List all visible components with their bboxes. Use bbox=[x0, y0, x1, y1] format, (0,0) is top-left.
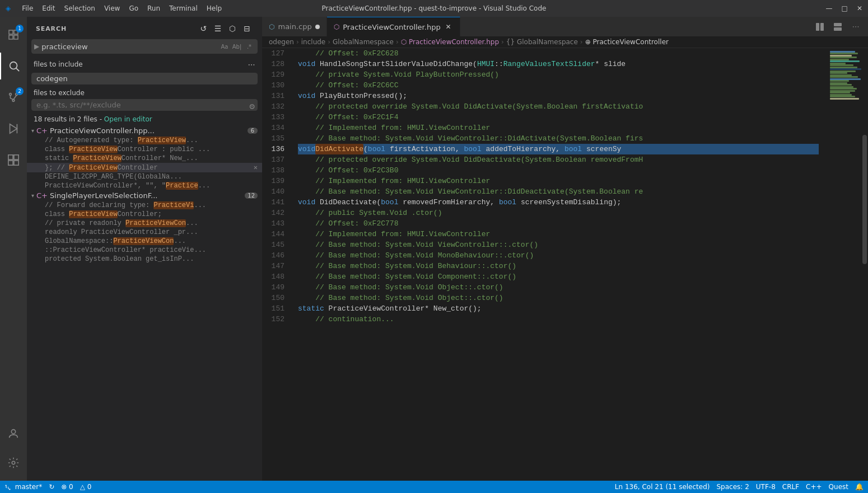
more-actions-button[interactable]: ⋯ bbox=[848, 19, 864, 35]
split-editor-button[interactable] bbox=[812, 19, 828, 35]
maximize-button[interactable]: □ bbox=[842, 4, 848, 12]
result-item[interactable]: class PracticeViewController; bbox=[27, 210, 262, 219]
result-item-selected[interactable]: }; // PracticeViewController ✕ bbox=[27, 163, 262, 172]
match-whole-word-button[interactable]: Ab| bbox=[231, 41, 242, 52]
menu-go[interactable]: Go bbox=[129, 4, 138, 12]
activity-search[interactable] bbox=[0, 53, 27, 79]
menu-bar[interactable]: ◈ File Edit Selection View Go Run Termin… bbox=[6, 4, 222, 12]
code-line-134[interactable]: // Implemented from: HMUI.ViewController bbox=[298, 123, 819, 133]
result-item[interactable]: readonly PracticeViewController _pr... bbox=[27, 228, 262, 237]
search-toggle-chevron[interactable]: ▶ bbox=[34, 43, 39, 50]
errors-count[interactable]: ⊗ 0 bbox=[61, 483, 73, 491]
code-line-144[interactable]: // Implemented from: HMUI.ViewController bbox=[298, 229, 819, 240]
code-line-135[interactable]: // Base method: System.Void ViewControll… bbox=[298, 133, 819, 144]
code-line-132[interactable]: // protected override System.Void DidAct… bbox=[298, 101, 819, 112]
result-item[interactable]: // Forward declaring type: PracticeVi... bbox=[27, 201, 262, 210]
result-item[interactable]: GlobalNamespace::PracticeViewCon... bbox=[27, 237, 262, 246]
use-regex-button[interactable]: .* bbox=[244, 41, 255, 52]
code-line-151[interactable]: static PracticeViewController* New_ctor(… bbox=[298, 303, 819, 314]
code-line-149[interactable]: // Base method: System.Void Object::.cto… bbox=[298, 282, 819, 293]
code-line-150[interactable]: // Base method: System.Void Object::.cto… bbox=[298, 293, 819, 303]
breadcrumb-namespace-block[interactable]: {} GlobalNamespace bbox=[506, 38, 578, 46]
file-header-2[interactable]: ▾ C+ SinglePlayerLevelSelectionF... 12 bbox=[27, 190, 262, 201]
files-include-more[interactable]: ⋯ bbox=[245, 58, 258, 71]
code-line-127[interactable]: // Offset: 0xF2C628 bbox=[298, 48, 819, 59]
code-line-145[interactable]: // Base method: System.Void ViewControll… bbox=[298, 240, 819, 250]
cursor-position[interactable]: Ln 136, Col 21 (11 selected) bbox=[615, 483, 710, 491]
activity-accounts[interactable] bbox=[0, 420, 27, 447]
search-input[interactable] bbox=[41, 43, 217, 51]
code-line-137[interactable]: // protected override System.Void DidDea… bbox=[298, 154, 819, 165]
code-line-152[interactable]: // continuation... bbox=[298, 314, 819, 325]
result-item[interactable]: PracticeViewController*, "", "Practice..… bbox=[27, 181, 262, 190]
result-item[interactable]: ::PracticeViewController* practiceVie... bbox=[27, 246, 262, 255]
code-line-128[interactable]: void HandleSongStartSliderValueDidChange… bbox=[298, 59, 819, 69]
match-case-button[interactable]: Aa bbox=[219, 41, 230, 52]
activity-source-control[interactable]: 2 bbox=[0, 84, 27, 111]
minimize-button[interactable]: — bbox=[826, 4, 833, 12]
menu-edit[interactable]: Edit bbox=[42, 4, 55, 12]
result-item[interactable]: DEFINE_IL2CPP_ARG_TYPE(GlobalNa... bbox=[27, 172, 262, 181]
breadcrumb-include[interactable]: include bbox=[301, 38, 325, 46]
activity-settings[interactable] bbox=[0, 449, 27, 476]
code-line-147[interactable]: // Base method: System.Void Behaviour::.… bbox=[298, 261, 819, 271]
files-include-input[interactable] bbox=[31, 73, 258, 84]
result-item[interactable]: static PracticeViewController* New_... bbox=[27, 154, 262, 163]
breadcrumb-class[interactable]: ⊕ PracticeViewController bbox=[585, 38, 669, 46]
language-mode[interactable]: C++ bbox=[806, 483, 822, 491]
menu-view[interactable]: View bbox=[104, 4, 120, 12]
scrollbar[interactable] bbox=[861, 48, 868, 481]
menu-selection[interactable]: Selection bbox=[64, 4, 95, 12]
activity-explorer[interactable]: 1 bbox=[0, 21, 27, 48]
layout-mode[interactable]: Quest bbox=[829, 483, 848, 491]
result-item[interactable]: // Autogenerated type: PracticeView... bbox=[27, 136, 262, 145]
activity-extensions[interactable] bbox=[0, 147, 27, 173]
breadcrumb-global-namespace[interactable]: GlobalNamespace bbox=[333, 38, 394, 46]
activity-run[interactable] bbox=[0, 115, 27, 142]
indentation[interactable]: Spaces: 2 bbox=[717, 483, 749, 491]
code-line-138[interactable]: // Offset: 0xF2C3B0 bbox=[298, 165, 819, 176]
breadcrumb-file[interactable]: ⬡ PracticeViewController.hpp bbox=[401, 38, 499, 46]
code-line-129[interactable]: // private System.Void PlayButtonPressed… bbox=[298, 69, 819, 80]
scrollbar-thumb[interactable] bbox=[862, 135, 867, 265]
file-header-1[interactable]: ▾ C+ PracticeViewController.hpp... 6 bbox=[27, 125, 262, 136]
result-item[interactable]: class PracticeViewController : public ..… bbox=[27, 145, 262, 154]
git-branch[interactable]: master* bbox=[4, 483, 42, 491]
menu-file[interactable]: File bbox=[22, 4, 33, 12]
code-line-142[interactable]: // public System.Void .ctor() bbox=[298, 208, 819, 218]
refresh-button[interactable]: ↺ bbox=[197, 22, 209, 35]
tab-practice-view-controller[interactable]: ⬡ PracticeViewController.hpp ✕ bbox=[327, 17, 460, 36]
warnings-count[interactable]: △ 0 bbox=[80, 483, 92, 491]
code-line-148[interactable]: // Base method: System.Void Component::.… bbox=[298, 271, 819, 282]
encoding[interactable]: UTF-8 bbox=[756, 483, 776, 491]
collapse-all-button[interactable]: ⊟ bbox=[241, 22, 253, 35]
code-line-130[interactable]: // Offset: 0xF2C6CC bbox=[298, 80, 819, 91]
code-line-141[interactable]: void DidDeactivate(bool removedFromHiera… bbox=[298, 197, 819, 208]
line-ending[interactable]: CRLF bbox=[782, 483, 799, 491]
open-new-editor-button[interactable]: ⬡ bbox=[226, 22, 239, 35]
breadcrumb-codegen[interactable]: odegen bbox=[269, 38, 294, 46]
layout-button[interactable] bbox=[830, 19, 846, 35]
menu-help[interactable]: Help bbox=[207, 4, 222, 12]
code-line-139[interactable]: // Implemented from: HMUI.ViewController bbox=[298, 176, 819, 186]
notifications-button[interactable]: 🔔 bbox=[855, 483, 864, 491]
code-line-146[interactable]: // Base method: System.Void MonoBehaviou… bbox=[298, 250, 819, 261]
close-button[interactable]: ✕ bbox=[857, 4, 862, 12]
sync-status[interactable]: ↻ bbox=[49, 483, 54, 491]
result-item[interactable]: // private readonly PracticeViewCon... bbox=[27, 219, 262, 228]
exclude-settings-icon[interactable]: ⚙ bbox=[249, 102, 255, 110]
code-line-131[interactable]: void PlayButtonPressed(); bbox=[298, 91, 819, 101]
code-content[interactable]: // Offset: 0xF2C628 void HandleSongStart… bbox=[289, 48, 828, 481]
open-in-editor-link[interactable]: Open in editor bbox=[104, 115, 152, 123]
result-item[interactable]: protected System.Boolean get_isInP... bbox=[27, 255, 262, 264]
code-line-133[interactable]: // Offset: 0xF2C1F4 bbox=[298, 112, 819, 123]
code-line-143[interactable]: // Offset: 0xF2C778 bbox=[298, 218, 819, 229]
tab-main-cpp[interactable]: ⬡ main.cpp bbox=[262, 17, 327, 36]
menu-terminal[interactable]: Terminal bbox=[169, 4, 198, 12]
files-exclude-input[interactable] bbox=[31, 99, 258, 111]
code-line-140[interactable]: // Base method: System.Void ViewControll… bbox=[298, 186, 819, 197]
code-line-136[interactable]: void DidActivate(bool firstActivation, b… bbox=[298, 144, 819, 154]
tab-close-button[interactable]: ✕ bbox=[444, 22, 453, 31]
window-controls[interactable]: — □ ✕ bbox=[826, 4, 862, 12]
clear-results-button[interactable]: ☰ bbox=[212, 22, 224, 35]
